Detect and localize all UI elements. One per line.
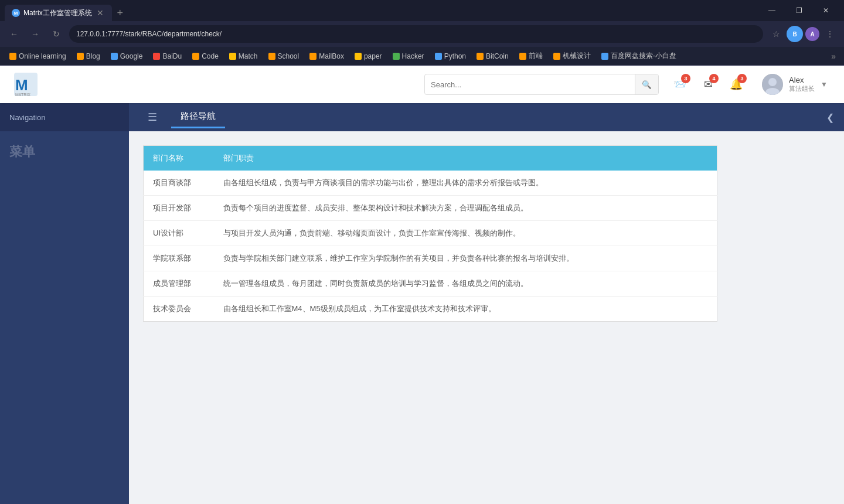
search-input[interactable] xyxy=(425,80,635,89)
bookmark-label: Online learning xyxy=(19,52,66,60)
user-info: Alex 算法组长 xyxy=(789,76,815,93)
user-section[interactable]: Alex 算法组长 ▼ xyxy=(757,71,832,97)
search-box: 🔍 xyxy=(424,74,659,95)
user-role: 算法组长 xyxy=(789,84,815,93)
menu-toggle-button[interactable]: ☰ xyxy=(138,103,166,131)
bookmark-icon xyxy=(435,53,442,60)
address-input[interactable] xyxy=(69,25,763,43)
bookmark-paper[interactable]: paper xyxy=(350,50,387,62)
app-header: M MATRIX 🔍 📨 3 ✉ 4 xyxy=(0,66,844,103)
bookmark-online-learning[interactable]: Online learning xyxy=(5,50,71,62)
bookmark-icon xyxy=(153,53,160,60)
svg-text:M: M xyxy=(15,76,28,94)
table-header-name: 部门名称 xyxy=(144,146,214,171)
bookmark-label: Hacker xyxy=(402,52,424,60)
minimize-button[interactable]: — xyxy=(758,2,785,19)
bookmark-label: Code xyxy=(202,52,219,60)
matrix-logo-svg: M MATRIX xyxy=(13,71,39,97)
search-button[interactable]: 🔍 xyxy=(635,74,658,95)
email-badge: 4 xyxy=(709,74,719,83)
messages-badge: 3 xyxy=(681,74,690,83)
bookmark-icon xyxy=(111,53,118,60)
svg-point-4 xyxy=(768,78,777,86)
bookmark-qianduan[interactable]: 前端 xyxy=(515,49,547,63)
bookmark-icon xyxy=(268,53,275,60)
main-content: 部门名称 部门职责 项目商谈部 由各组组长组成，负责与甲方商谈项目的需求功能与出… xyxy=(129,131,844,504)
dept-duty: 由各组组长和工作室M4、M5级别成员组成，为工作室提供技术支持和技术评审。 xyxy=(214,297,717,322)
user-dropdown-arrow: ▼ xyxy=(821,80,828,88)
sidebar-header: Navigation xyxy=(0,103,129,131)
bookmarks-bar: Online learning Blog Google BaiDu Code M… xyxy=(0,47,844,66)
bookmark-baidu[interactable]: BaiDu xyxy=(148,50,186,62)
user-name: Alex xyxy=(789,76,815,84)
dept-name: 项目商谈部 xyxy=(144,171,214,196)
bookmark-label: paper xyxy=(364,52,382,60)
bookmark-code[interactable]: Code xyxy=(188,50,223,62)
chevron-left-icon: ❮ xyxy=(826,112,834,123)
bookmark-jixiesheji[interactable]: 机械设计 xyxy=(549,49,595,63)
bookmark-blog[interactable]: Blog xyxy=(72,50,105,62)
table-header-duty: 部门职责 xyxy=(214,146,717,171)
bookmark-mailbox[interactable]: MailBox xyxy=(305,50,349,62)
more-options-icon[interactable]: ⋮ xyxy=(822,26,838,42)
avatar-svg xyxy=(762,74,783,95)
back-button[interactable]: ← xyxy=(6,26,22,42)
bookmark-label: BaiDu xyxy=(162,52,182,60)
sidebar-title: Navigation xyxy=(9,113,45,122)
breadcrumb: 路径导航 xyxy=(166,106,816,128)
maximize-button[interactable]: ❐ xyxy=(785,2,812,19)
bookmark-label: Blog xyxy=(86,52,100,60)
dept-name: 成员管理部 xyxy=(144,271,214,297)
chrome-user-avatar[interactable]: A xyxy=(805,27,819,41)
bookmarks-more-button[interactable]: » xyxy=(828,49,839,63)
new-tab-button[interactable]: + xyxy=(112,5,128,21)
bookmark-label: MailBox xyxy=(319,52,344,60)
tab-close-button[interactable]: ✕ xyxy=(96,8,105,18)
dept-duty: 与项目开发人员沟通，负责前端、移动端页面设计，负责工作室宣传海报、视频的制作。 xyxy=(214,221,717,246)
active-tab[interactable]: M Matrix工作室管理系统 ✕ xyxy=(5,5,112,21)
bookmark-icon xyxy=(9,53,16,60)
app-area: M MATRIX 🔍 📨 3 ✉ 4 xyxy=(0,66,844,504)
table-row: 学院联系部 负责与学院相关部门建立联系，维护工作室为学院制作的有关项目，并负责各… xyxy=(144,246,717,271)
bookmark-label: 机械设计 xyxy=(563,51,591,61)
header-icons: 📨 3 ✉ 4 🔔 3 xyxy=(668,73,748,96)
hamburger-icon: ☰ xyxy=(148,111,157,124)
bookmark-star-icon[interactable]: ☆ xyxy=(768,26,784,42)
bookmark-icon xyxy=(355,53,362,60)
sidebar-menu-area: 菜单 xyxy=(0,131,129,504)
table-row: UI设计部 与项目开发人员沟通，负责前端、移动端页面设计，负责工作室宣传海报、视… xyxy=(144,221,717,246)
main-layout: Navigation 菜单 ☰ 路径导航 ❮ xyxy=(0,103,844,504)
dept-name: UI设计部 xyxy=(144,221,214,246)
table-row: 项目开发部 负责每个项目的进度监督、成员安排、整体架构设计和技术解决方案，合理调… xyxy=(144,196,717,221)
sidebar-collapse-button[interactable]: ❮ xyxy=(816,103,844,131)
bookmark-python[interactable]: Python xyxy=(430,50,471,62)
dept-name: 学院联系部 xyxy=(144,246,214,271)
bookmark-icon xyxy=(192,53,199,60)
bbp-icon[interactable]: B xyxy=(787,26,803,42)
bookmark-match[interactable]: Match xyxy=(224,50,263,62)
bookmark-bitcoin[interactable]: BitCoin xyxy=(472,50,513,62)
content-area: ☰ 路径导航 ❮ 部门名称 部门职责 xyxy=(129,103,844,504)
dept-duty: 由各组组长组成，负责与甲方商谈项目的需求功能与出价，整理出具体的需求分析报告或导… xyxy=(214,171,717,196)
breadcrumb-bar: ☰ 路径导航 ❮ xyxy=(129,103,844,131)
refresh-button[interactable]: ↻ xyxy=(48,26,64,42)
window-controls: — ❐ ✕ xyxy=(758,2,839,21)
bookmark-google[interactable]: Google xyxy=(106,50,148,62)
forward-button[interactable]: → xyxy=(27,26,43,42)
messages-button[interactable]: 📨 3 xyxy=(668,73,692,96)
bookmark-icon xyxy=(77,53,84,60)
bookmark-label: Match xyxy=(239,52,258,60)
avatar xyxy=(762,74,783,95)
email-button[interactable]: ✉ 4 xyxy=(696,73,720,96)
table-row: 技术委员会 由各组组长和工作室M4、M5级别成员组成，为工作室提供技术支持和技术… xyxy=(144,297,717,322)
bookmark-icon xyxy=(553,53,560,60)
bookmark-school[interactable]: School xyxy=(264,50,304,62)
browser-window: M Matrix工作室管理系统 ✕ + — ❐ ✕ ← → ↻ ☆ B A ⋮ … xyxy=(0,0,844,504)
dept-duty: 负责与学院相关部门建立联系，维护工作室为学院制作的有关项目，并负责各种比赛的报名… xyxy=(214,246,717,271)
bookmark-hacker[interactable]: Hacker xyxy=(388,50,429,62)
svg-text:MATRIX: MATRIX xyxy=(15,93,30,97)
table-row: 成员管理部 统一管理各组成员，每月团建，同时负责新成员的培训与学习监督，各组成员… xyxy=(144,271,717,297)
close-button[interactable]: ✕ xyxy=(812,2,839,19)
notification-button[interactable]: 🔔 3 xyxy=(724,73,748,96)
bookmark-baidupan[interactable]: 百度网盘搜索-小白盘 xyxy=(597,49,681,63)
